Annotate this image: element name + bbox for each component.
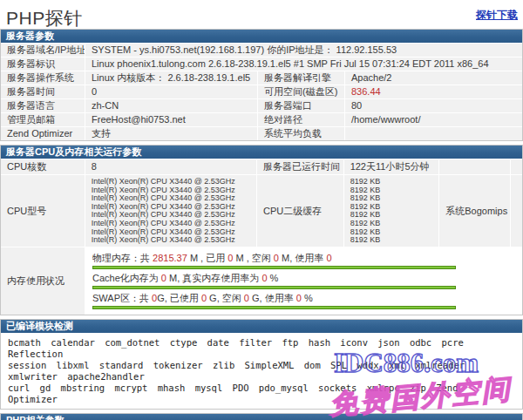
field-label-uptime: 服务器已运行时间 [257, 159, 344, 174]
field-label-cpu-model: CPU型号 [1, 175, 85, 247]
modules-line: curl gd mbstring mcrypt mhash mysql PDO … [8, 383, 515, 405]
cache-text: Cache化内存为 [92, 273, 161, 283]
table-row: 服务器域名/IP地址 SYSTEM - ys.hi0753.net(192.16… [1, 43, 522, 57]
field-label-load-avg: 系统平均负载 [258, 127, 345, 140]
cpu-model-line: Intel(R) Xeon(R) CPU X3440 @ 2.53GHz [92, 236, 251, 245]
field-value-load-avg [345, 127, 522, 140]
field-label-server-lang: 服务器语言 [1, 99, 85, 112]
table-row: 管理员邮箱 FreeHost@hi0753.net 绝对路径 /home/www… [1, 112, 522, 126]
table-row: 内存使用状况 物理内存：共 2815.37 M , 已用 0 M , 空闲 0 … [1, 247, 522, 315]
field-label-cpu-cores: CPU核数 [1, 159, 85, 174]
probe-download-link[interactable]: 探针下载 [476, 8, 518, 23]
swap-text: SWAP区：共 [92, 293, 152, 303]
field-value-os: Linux 内核版本： 2.6.18-238.19.1.el5 [85, 71, 258, 85]
field-value-server-time: 0 [85, 85, 258, 98]
field-value-cpu-cores: 8 [85, 159, 257, 174]
memory-rate-value: 0 [326, 253, 331, 263]
table-row: CPU核数 8 服务器已运行时间 122天11小时5分钟 [1, 159, 522, 174]
field-value-bogomips [511, 175, 522, 247]
field-label-memory-usage: 内存使用状况 [1, 247, 85, 315]
field-value-domain-ip: SYSTEM - ys.hi0753.net(192.168.1.197) 你的… [85, 44, 522, 57]
table-row: 服务器标识 Linux phoenix1.tulong.com 2.6.18-2… [1, 57, 522, 71]
swap-text: G, 已使用 [157, 293, 201, 303]
field-value-server-port: 80 [345, 99, 522, 112]
field-value-abs-path: /home/wwwroot/ [345, 113, 522, 126]
field-label-os: 服务器操作系统 [1, 71, 85, 85]
field-value-admin-email: FreeHost@hi0753.net [85, 113, 258, 126]
section-php-params-title: PHP相关参数 [1, 414, 522, 420]
swap-usage-bar [92, 306, 456, 309]
field-value-disk-free: 836.44 [345, 85, 522, 98]
field-label-admin-email: 管理员邮箱 [1, 113, 85, 126]
section-modules: 已编译模块检测 bcmath calendar com_dotnet ctype… [0, 319, 523, 410]
field-label-domain-ip: 服务器域名/IP地址 [1, 44, 85, 57]
page-header: PHP探针 探针下载 [0, 0, 523, 29]
swap-text: G, 空闲 [207, 293, 244, 303]
page-title: PHP探针 [6, 6, 83, 30]
section-cpu-memory: 服务器CPU及内存相关运行参数 CPU核数 8 服务器已运行时间 122天11小… [0, 145, 523, 315]
cpu-cache-line: 8192 KB [350, 236, 434, 245]
memory-text: M, 使用率 [279, 253, 326, 263]
section-cpu-memory-title: 服务器CPU及内存相关运行参数 [1, 146, 522, 159]
field-label-cpu-l2-cache: CPU二级缓存 [257, 175, 344, 247]
swap-text: G, 使用率 [249, 293, 296, 303]
field-value-cpu-model-list: Intel(R) Xeon(R) CPU X3440 @ 2.53GHz Int… [85, 175, 257, 247]
field-label-abs-path: 绝对路径 [258, 113, 345, 126]
field-empty [439, 159, 511, 174]
cache-usage-bar [92, 286, 456, 289]
memory-cache-line: Cache化内存为 0 M, 真实内存使用率为 0 % [92, 273, 515, 283]
field-value-server-lang: zh-CN [85, 99, 258, 112]
field-label-server-time: 服务器时间 [1, 85, 85, 98]
cache-text: % [268, 273, 279, 283]
memory-text: M , 空闲 [233, 253, 273, 263]
field-label-server-id: 服务器标识 [1, 58, 85, 71]
field-label-engine: 服务器解译引擎 [258, 71, 345, 85]
table-row: 服务器时间 0 可用空间(磁盘区) 836.44 [1, 85, 522, 98]
field-value-engine: Apache/2 [345, 71, 522, 85]
field-value-uptime: 122天11小时5分钟 [344, 159, 440, 174]
memory-physical-line: 物理内存：共 2815.37 M , 已用 0 M , 空闲 0 M, 使用率 … [92, 253, 515, 263]
field-value-zend: 支持 [85, 127, 258, 140]
field-empty [511, 159, 522, 174]
field-value-cpu-l2-cache-list: 8192 KB 8192 KB 8192 KB 8192 KB 8192 KB … [344, 175, 440, 247]
section-modules-title: 已编译模块检测 [1, 320, 522, 333]
field-label-zend: Zend Optimizer [1, 127, 85, 140]
field-value-server-id: Linux phoenix1.tulong.com 2.6.18-238.19.… [85, 58, 522, 71]
memory-text: 物理内存：共 [92, 253, 153, 263]
modules-line: session libxml standard tokenizer zlib S… [8, 360, 515, 383]
table-row: 服务器操作系统 Linux 内核版本： 2.6.18-238.19.1.el5 … [1, 71, 522, 85]
field-label-bogomips: 系统Bogomips [439, 175, 511, 247]
memory-total-value: 2815.37 [153, 253, 187, 263]
swap-text: % [302, 293, 313, 303]
memory-usage-bar [92, 266, 456, 269]
section-php-params: PHP相关参数 PHP信息（phpinfo）： PHPINFO PHP版本（ph… [0, 413, 523, 420]
memory-swap-line: SWAP区：共 0G, 已使用 0 G, 空闲 0 G, 使用率 0 % [92, 293, 515, 303]
modules-list: bcmath calendar com_dotnet ctype date fi… [1, 333, 522, 409]
cache-text: M, 真实内存使用率为 [166, 273, 262, 283]
field-label-server-port: 服务器端口 [258, 99, 345, 112]
modules-line: bcmath calendar com_dotnet ctype date fi… [8, 337, 515, 360]
memory-text: M , 已用 [187, 253, 228, 263]
section-server-params: 服务器参数 服务器域名/IP地址 SYSTEM - ys.hi0753.net(… [0, 29, 523, 141]
table-row: 服务器语言 zh-CN 服务器端口 80 [1, 98, 522, 112]
field-label-disk-free: 可用空间(磁盘区) [258, 85, 345, 98]
memory-usage-panel: 物理内存：共 2815.37 M , 已用 0 M , 空闲 0 M, 使用率 … [85, 247, 522, 315]
section-server-params-title: 服务器参数 [1, 30, 522, 43]
table-row: CPU型号 Intel(R) Xeon(R) CPU X3440 @ 2.53G… [1, 174, 522, 247]
table-row: Zend Optimizer 支持 系统平均负载 [1, 126, 522, 140]
